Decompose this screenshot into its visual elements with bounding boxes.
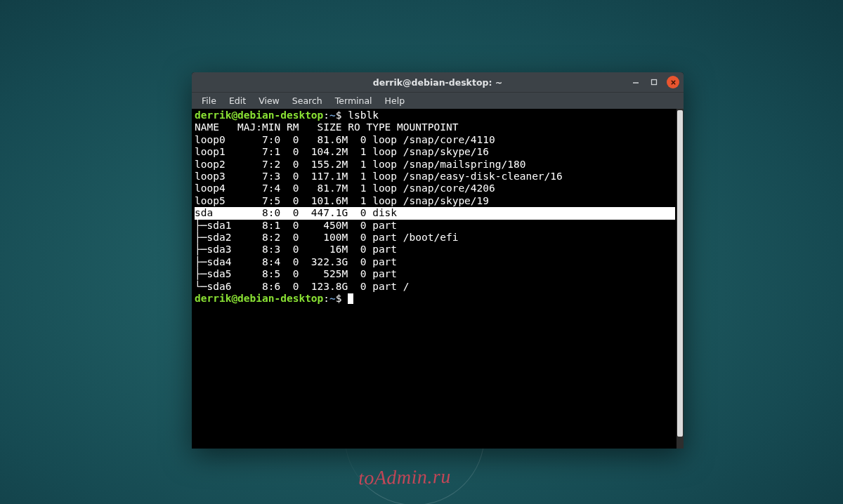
terminal-body[interactable]: derrik@debian-desktop:~$ lsblk NAME MAJ:…	[192, 109, 684, 449]
terminal-output[interactable]: derrik@debian-desktop:~$ lsblk NAME MAJ:…	[195, 110, 674, 305]
scrollbar-thumb[interactable]	[677, 110, 683, 437]
maximize-button[interactable]	[648, 77, 660, 88]
menu-terminal[interactable]: Terminal	[329, 93, 378, 108]
menu-view[interactable]: View	[253, 93, 285, 108]
svg-rect-1	[652, 80, 657, 85]
minimize-button[interactable]	[630, 77, 641, 88]
watermark-text: toAdmin.ru	[358, 465, 451, 489]
scrollbar[interactable]	[677, 109, 684, 449]
window-controls	[630, 72, 679, 92]
menu-search[interactable]: Search	[287, 93, 328, 108]
terminal-window: derrik@debian-desktop: ~ File Edit View …	[192, 72, 684, 449]
window-title: derrik@debian-desktop: ~	[373, 77, 503, 88]
cursor	[348, 293, 353, 304]
titlebar[interactable]: derrik@debian-desktop: ~	[192, 72, 684, 92]
menubar: File Edit View Search Terminal Help	[192, 92, 684, 109]
menu-file[interactable]: File	[196, 93, 222, 108]
close-button[interactable]	[667, 76, 679, 88]
menu-help[interactable]: Help	[379, 93, 411, 108]
menu-edit[interactable]: Edit	[223, 93, 251, 108]
